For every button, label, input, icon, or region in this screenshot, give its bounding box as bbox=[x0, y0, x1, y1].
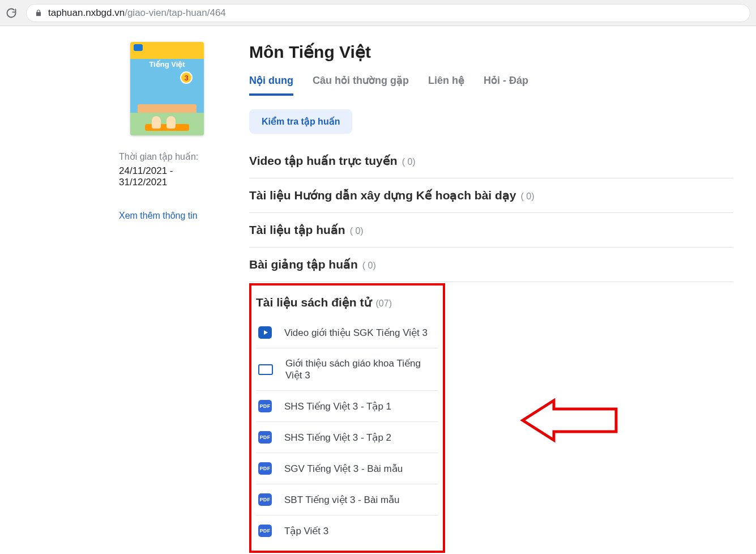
ebook-list: Video giới thiệu SGK Tiếng Việt 3 Giới t… bbox=[256, 317, 438, 546]
section-sach-dien-tu[interactable]: Tài liệu sách điện tử (07) bbox=[256, 288, 438, 313]
list-item[interactable]: PDF SHS Tiếng Việt 3 - Tập 1 bbox=[256, 391, 438, 422]
video-icon bbox=[258, 326, 272, 339]
section-title: Tài liệu tập huấn bbox=[249, 223, 345, 237]
doc-label: SHS Tiếng Việt 3 - Tập 1 bbox=[284, 400, 391, 412]
book-cover[interactable]: Tiếng Việt 3 bbox=[130, 42, 204, 135]
doc-label: SHS Tiếng Việt 3 - Tập 2 bbox=[284, 432, 391, 444]
doc-label: SGV Tiếng Việt 3 - Bài mẫu bbox=[284, 463, 403, 475]
tab-hoi-dap[interactable]: Hỏi - Đáp bbox=[484, 74, 528, 96]
reload-icon[interactable] bbox=[6, 7, 17, 19]
doc-label: Giới thiệu sách giáo khoa Tiếng Việt 3 bbox=[285, 357, 436, 381]
address-bar[interactable]: taphuan.nxbgd.vn/giao-vien/tap-huan/464 bbox=[26, 4, 750, 22]
section-huong-dan-ke-hoach[interactable]: Tài liệu Hướng dẫn xây dựng Kế hoạch bài… bbox=[249, 178, 733, 213]
page-title: Môn Tiếng Việt bbox=[249, 42, 733, 62]
ebook-highlight-box: Tài liệu sách điện tử (07) Video giới th… bbox=[249, 283, 445, 553]
browser-toolbar: taphuan.nxbgd.vn/giao-vien/tap-huan/464 bbox=[0, 0, 756, 26]
more-info-link[interactable]: Xem thêm thông tin bbox=[119, 211, 198, 221]
section-count: ( 0) bbox=[350, 226, 364, 236]
training-dates: 24/11/2021 - 31/12/2021 bbox=[119, 165, 215, 188]
section-count: (07) bbox=[376, 299, 392, 309]
section-tai-lieu-tap-huan[interactable]: Tài liệu tập huấn ( 0) bbox=[249, 213, 733, 248]
url-text: taphuan.nxbgd.vn/giao-vien/tap-huan/464 bbox=[48, 7, 226, 19]
tab-noi-dung[interactable]: Nội dung bbox=[249, 74, 293, 96]
list-item[interactable]: PDF Tập Viết 3 bbox=[256, 515, 438, 546]
pdf-icon: PDF bbox=[258, 493, 272, 506]
list-item[interactable]: Video giới thiệu SGK Tiếng Việt 3 bbox=[256, 317, 438, 348]
tab-bar: Nội dung Câu hỏi thường gặp Liên hệ Hỏi … bbox=[249, 74, 733, 96]
section-count: ( 0) bbox=[362, 261, 376, 271]
training-time-label: Thời gian tập huấn: bbox=[119, 151, 198, 162]
slide-icon bbox=[258, 364, 273, 375]
doc-label: Video giới thiệu SGK Tiếng Việt 3 bbox=[284, 327, 428, 339]
list-item[interactable]: PDF SHS Tiếng Việt 3 - Tập 2 bbox=[256, 422, 438, 453]
section-title: Tài liệu Hướng dẫn xây dựng Kế hoạch bài… bbox=[249, 189, 516, 202]
tab-lien-he[interactable]: Liên hệ bbox=[428, 74, 464, 96]
section-title: Bài giảng tập huấn bbox=[249, 258, 358, 271]
lock-icon bbox=[35, 9, 42, 17]
sidebar: Tiếng Việt 3 Thời gian tập huấn: 24/11/2… bbox=[0, 42, 227, 553]
check-training-button[interactable]: Kiểm tra tập huấn bbox=[249, 109, 352, 134]
list-item[interactable]: PDF SGV Tiếng Việt 3 - Bài mẫu bbox=[256, 453, 438, 484]
pdf-icon: PDF bbox=[258, 431, 272, 444]
section-title: Tài liệu sách điện tử bbox=[256, 296, 371, 309]
list-item[interactable]: Giới thiệu sách giáo khoa Tiếng Việt 3 bbox=[256, 348, 438, 391]
cover-title: Tiếng Việt bbox=[130, 60, 204, 69]
pdf-icon: PDF bbox=[258, 400, 272, 412]
pdf-icon: PDF bbox=[258, 462, 272, 475]
section-title: Video tập huấn trực tuyến bbox=[249, 154, 398, 168]
doc-label: Tập Viết 3 bbox=[284, 525, 328, 537]
list-item[interactable]: PDF SBT Tiếng việt 3 - Bài mẫu bbox=[256, 484, 438, 515]
section-bai-giang[interactable]: Bài giảng tập huấn ( 0) bbox=[249, 248, 733, 282]
section-video-truc-tuyen[interactable]: Video tập huấn trực tuyến ( 0) bbox=[249, 144, 733, 178]
pdf-icon: PDF bbox=[258, 525, 272, 537]
tab-cau-hoi[interactable]: Câu hỏi thường gặp bbox=[313, 74, 409, 96]
section-count: ( 0) bbox=[521, 191, 535, 202]
main-content: Môn Tiếng Việt Nội dung Câu hỏi thường g… bbox=[249, 42, 756, 553]
section-count: ( 0) bbox=[402, 157, 416, 167]
doc-label: SBT Tiếng việt 3 - Bài mẫu bbox=[284, 494, 400, 506]
